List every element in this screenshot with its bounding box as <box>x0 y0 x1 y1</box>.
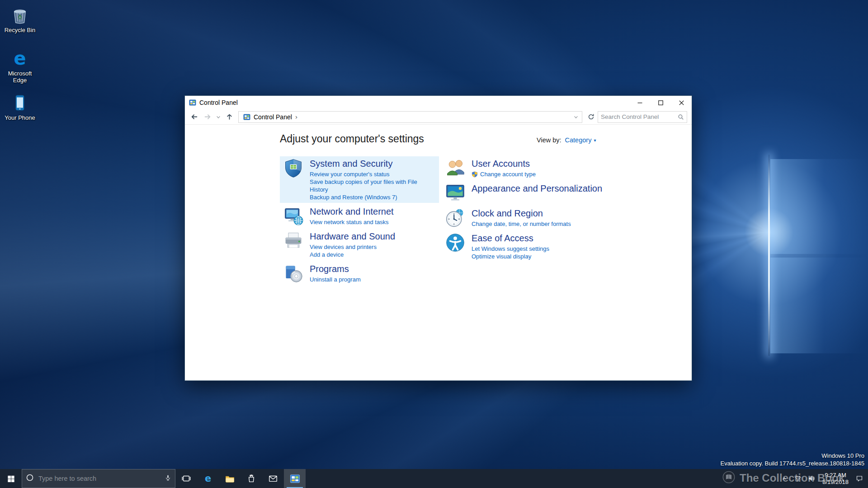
task-link[interactable]: Uninstall a program <box>310 276 361 283</box>
task-link[interactable]: Optimize visual display <box>472 253 549 260</box>
taskbar-search-input[interactable] <box>38 474 161 483</box>
view-by-label: View by: <box>537 136 561 144</box>
navigation-toolbar: Control Panel › <box>185 109 692 125</box>
network-globe-icon <box>283 206 303 226</box>
category-appearance-and-personalization[interactable]: Appearance and Personalization <box>442 181 627 205</box>
category-title[interactable]: Network and Internet <box>310 206 394 217</box>
address-bar[interactable]: Control Panel › <box>238 111 582 123</box>
category-hardware-and-sound[interactable]: Hardware and Sound View devices and prin… <box>280 229 439 260</box>
printer-icon <box>283 231 303 251</box>
task-link[interactable]: Backup and Restore (Windows 7) <box>310 193 435 201</box>
task-link[interactable]: View devices and printers <box>310 243 395 251</box>
task-link[interactable]: Let Windows suggest settings <box>472 245 549 253</box>
control-panel-home: Adjust your computer's settings View by:… <box>185 125 692 380</box>
category-column-left: System and Security Review your computer… <box>280 156 439 286</box>
view-by-control: View by: Category ▾ <box>537 136 596 144</box>
volume-icon[interactable] <box>806 469 817 488</box>
taskbar-edge-icon[interactable]: e <box>197 469 219 488</box>
windows-edition: Windows 10 Pro <box>721 452 865 460</box>
taskbar-store-icon[interactable] <box>241 469 262 488</box>
svg-text:e: e <box>205 473 211 484</box>
network-icon[interactable] <box>792 469 804 488</box>
microphone-icon[interactable] <box>165 474 171 483</box>
personalization-monitor-icon <box>445 183 465 203</box>
uac-shield-icon <box>472 171 478 178</box>
taskbar: e 9:27 AM 8/19/2018 <box>0 469 868 488</box>
breadcrumb[interactable]: Control Panel › <box>241 113 299 121</box>
clock-date: 8/19/2018 <box>822 479 849 485</box>
refresh-icon[interactable] <box>585 111 597 123</box>
taskbar-file-explorer-icon[interactable] <box>219 469 241 488</box>
breadcrumb-root[interactable]: Control Panel <box>254 113 292 121</box>
recent-pages-chevron-icon[interactable] <box>215 111 222 123</box>
category-title[interactable]: System and Security <box>310 158 435 169</box>
breadcrumb-chevron[interactable]: › <box>295 113 298 121</box>
show-hidden-icons-chevron-icon[interactable] <box>778 469 790 488</box>
user-accounts-icon <box>445 158 465 178</box>
desktop: Recycle Bin e Microsoft Edge Your Phone … <box>0 0 868 488</box>
wallpaper-light-beam <box>768 155 770 356</box>
action-center-icon[interactable] <box>854 469 865 488</box>
desktop-icon-recycle-bin[interactable]: Recycle Bin <box>2 5 38 33</box>
category-title[interactable]: Clock and Region <box>472 208 571 219</box>
desktop-icon-microsoft-edge[interactable]: e Microsoft Edge <box>2 49 38 84</box>
desktop-icon-label: Microsoft Edge <box>2 70 38 84</box>
cortana-icon <box>26 474 34 483</box>
category-title[interactable]: Hardware and Sound <box>310 231 395 242</box>
category-title[interactable]: Programs <box>310 263 361 274</box>
desktop-icon-label: Recycle Bin <box>5 27 36 33</box>
accessibility-icon <box>445 233 465 253</box>
back-icon[interactable] <box>188 111 200 123</box>
category-programs[interactable]: Programs Uninstall a program <box>280 262 439 285</box>
minimize-button[interactable] <box>629 96 650 109</box>
start-button[interactable] <box>0 469 22 488</box>
taskbar-mail-icon[interactable] <box>262 469 284 488</box>
task-link[interactable]: Change date, time, or number formats <box>472 220 571 228</box>
search-input[interactable] <box>598 113 675 120</box>
title-bar[interactable]: Control Panel <box>185 96 692 109</box>
recycle-bin-icon <box>10 5 30 25</box>
search-icon[interactable] <box>675 112 687 122</box>
taskbar-control-panel-icon[interactable] <box>284 469 306 488</box>
category-title[interactable]: Ease of Access <box>472 233 549 244</box>
task-link-admin[interactable]: Change account type <box>472 170 536 178</box>
task-link[interactable]: Save backup copies of your files with Fi… <box>310 178 435 193</box>
clock-icon <box>445 208 465 228</box>
category-column-right: User Accounts Change account type <box>442 156 627 263</box>
category-system-and-security[interactable]: System and Security Review your computer… <box>280 156 439 203</box>
phone-icon <box>10 93 30 113</box>
view-by-dropdown[interactable]: Category ▾ <box>565 136 596 144</box>
control-panel-search[interactable] <box>598 111 687 123</box>
clock-time: 9:27 AM <box>822 472 849 479</box>
category-title[interactable]: User Accounts <box>472 158 536 169</box>
task-view-button[interactable] <box>175 469 197 488</box>
category-network-and-internet[interactable]: Network and Internet View network status… <box>280 204 439 228</box>
forward-icon[interactable] <box>201 111 214 123</box>
task-link[interactable]: Add a device <box>310 251 395 258</box>
category-ease-of-access[interactable]: Ease of Access Let Windows suggest setti… <box>442 231 627 262</box>
maximize-button[interactable] <box>650 96 671 109</box>
windows-logo-icon <box>7 474 15 483</box>
wallpaper-light-pane-bottom <box>770 258 868 353</box>
svg-text:e: e <box>14 49 26 69</box>
desktop-icon-your-phone[interactable]: Your Phone <box>2 93 38 121</box>
program-disc-icon <box>283 263 303 283</box>
up-icon[interactable] <box>223 111 236 123</box>
control-panel-app-icon <box>189 99 196 106</box>
evaluation-watermark: Windows 10 Pro Evaluation copy. Build 17… <box>721 452 865 467</box>
desktop-icon-label: Your Phone <box>5 114 35 121</box>
taskbar-search[interactable] <box>22 469 175 488</box>
security-shield-icon <box>283 158 303 178</box>
control-panel-window: Control Panel <box>184 95 692 381</box>
task-link[interactable]: View network status and tasks <box>310 218 394 226</box>
chevron-down-icon: ▾ <box>594 138 596 143</box>
address-dropdown-icon[interactable] <box>571 112 581 122</box>
category-user-accounts[interactable]: User Accounts Change account type <box>442 156 627 180</box>
control-panel-app-icon <box>243 113 250 121</box>
build-info: Evaluation copy. Build 17744.rs5_release… <box>721 460 865 467</box>
category-clock-and-region[interactable]: Clock and Region Change date, time, or n… <box>442 206 627 230</box>
close-button[interactable] <box>671 96 692 109</box>
task-link[interactable]: Review your computer's status <box>310 170 435 178</box>
category-title[interactable]: Appearance and Personalization <box>472 183 602 194</box>
taskbar-clock[interactable]: 9:27 AM 8/19/2018 <box>819 472 852 485</box>
